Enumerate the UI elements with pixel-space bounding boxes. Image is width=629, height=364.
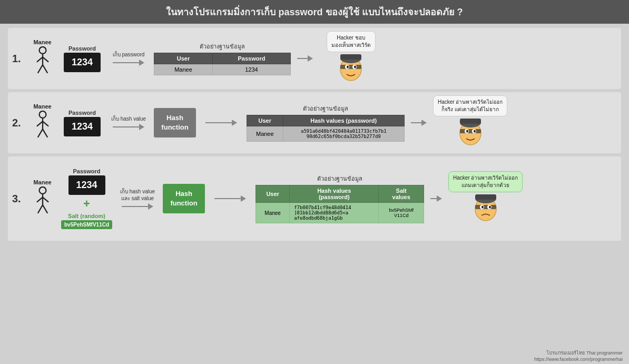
svg-line-30 bbox=[36, 197, 42, 202]
db-table-3: User Hash values(password) Saltvalues Ma… bbox=[255, 185, 424, 223]
arrow-block-2: เก็บ hash value bbox=[107, 115, 150, 130]
hacker-text-3: Hacker อ่านพาสเวิร์ดไม่ออกแถมเดาสุ่มก็ยา… bbox=[453, 175, 518, 188]
db-cell-user-3: Manee bbox=[256, 203, 290, 223]
hash-label-3: Hashfunction bbox=[170, 189, 197, 208]
person-name-2: Manee bbox=[33, 103, 51, 110]
password-value-2: 1234 bbox=[64, 117, 101, 136]
arrow-label-3: เก็บ hash valueและ salt value bbox=[120, 188, 155, 202]
salt-value-3: bv5PehSMfV11Cd bbox=[61, 220, 112, 229]
arrow-1 bbox=[113, 60, 144, 66]
db-cell-password-1: 1234 bbox=[212, 64, 290, 75]
main-container: ในทางโปรแกรมมิ่งการเก็บ password ของผู้ใ… bbox=[0, 0, 629, 364]
db-table-2: User Hash values (password) Manee a591a6… bbox=[247, 115, 405, 142]
svg-line-18 bbox=[37, 129, 42, 137]
svg-point-11 bbox=[354, 66, 356, 68]
password-value-1: 1234 bbox=[64, 53, 101, 72]
person-name-3: Manee bbox=[33, 179, 51, 185]
db-header-user-1: User bbox=[154, 53, 213, 64]
svg-point-38 bbox=[481, 206, 484, 209]
arrow-to-hacker-2 bbox=[411, 120, 427, 126]
arrow-block-3: เก็บ hash valueและ salt value bbox=[116, 188, 159, 210]
svg-point-0 bbox=[39, 47, 46, 54]
hacker-face-3 bbox=[473, 194, 499, 226]
password-block-1: Password 1234 bbox=[61, 45, 103, 72]
svg-rect-21 bbox=[460, 129, 481, 133]
db-cell-hash-2: a591a6d40bf420404a011733cfb7b190d62c65bf… bbox=[283, 126, 404, 142]
arrow-head-1 bbox=[139, 60, 144, 66]
db-cell-salt-3: bv5PehSMfV11Cd bbox=[379, 203, 424, 223]
svg-rect-7 bbox=[340, 65, 361, 69]
table-row: Manee 1234 bbox=[154, 64, 291, 75]
db-cell-user-2: Manee bbox=[247, 126, 283, 142]
hacker-block-1: Hacker ชอบมองเห็นพาสเวิร์ด bbox=[319, 31, 382, 86]
salt-block-3: Salt (random) bv5PehSMfV11Cd bbox=[61, 213, 112, 229]
svg-line-16 bbox=[36, 121, 42, 126]
password-value-3: 1234 bbox=[68, 175, 105, 195]
db-header-salt-3: Saltvalues bbox=[379, 185, 424, 203]
stick-figure-3: Manee bbox=[28, 179, 57, 218]
hacker-bubble-3: Hacker อ่านพาสเวิร์ดไม่ออกแถมเดาสุ่มก็ยา… bbox=[448, 171, 523, 192]
svg-point-14 bbox=[39, 111, 46, 118]
arrow-label-2: เก็บ hash value bbox=[111, 115, 146, 122]
password-salt-block: Password 1234 + Salt (random) bv5PehSMfV… bbox=[61, 168, 112, 229]
password-label-2: Password bbox=[68, 110, 96, 116]
footer-line2: https://www.facebook.com/programmerhai bbox=[534, 357, 623, 362]
footer-line1: โปรแกรมเมอร์ไทย Thai programmer bbox=[534, 349, 623, 357]
arrow-3b bbox=[214, 195, 246, 202]
svg-point-28 bbox=[39, 187, 46, 194]
hacker-text-2: Hacker อ่านพาสเวิร์ดไม่ออกก็จริง แต่เดาส… bbox=[438, 99, 503, 112]
stick-figure-svg-3 bbox=[32, 186, 53, 218]
svg-point-39 bbox=[489, 206, 491, 209]
svg-line-2 bbox=[36, 57, 42, 62]
svg-line-5 bbox=[43, 65, 47, 73]
row-2: 2. Manee Password 1234 เก็บ hash value bbox=[8, 92, 621, 153]
db-header-hash-2: Hash values (password) bbox=[283, 115, 404, 126]
svg-rect-35 bbox=[475, 205, 496, 209]
db-label-3: ตัวอย่างฐานข้อมูล bbox=[317, 174, 362, 183]
hash-box-3: Hashfunction bbox=[163, 184, 205, 213]
arrow-to-hacker-1 bbox=[297, 55, 313, 62]
page-title: ในทางโปรแกรมมิ่งการเก็บ password ของผู้ใ… bbox=[166, 7, 463, 17]
row-3-number: 3. bbox=[12, 193, 24, 205]
row-1-number: 1. bbox=[12, 53, 24, 65]
svg-rect-27 bbox=[460, 119, 481, 124]
plus-sign-3: + bbox=[83, 197, 90, 211]
hacker-text-1: Hacker ชอบมองเห็นพาสเวิร์ด bbox=[331, 35, 371, 48]
stick-figure-svg-1 bbox=[32, 46, 53, 78]
password-label-3: Password bbox=[73, 168, 101, 174]
arrow-block-2b bbox=[200, 120, 242, 126]
svg-line-31 bbox=[43, 197, 48, 202]
stick-figure-1: Manee bbox=[28, 39, 57, 78]
arrow-2 bbox=[113, 124, 144, 130]
hacker-block-2: Hacker อ่านพาสเวิร์ดไม่ออกก็จริง แต่เดาส… bbox=[433, 95, 507, 150]
arrow-block-1: เก็บ password bbox=[107, 51, 150, 66]
arrow-label-1: เก็บ password bbox=[113, 51, 145, 58]
hacker-block-3: Hacker อ่านพาสเวิร์ดไม่ออกแถมเดาสุ่มก็ยา… bbox=[448, 171, 523, 226]
hacker-bubble-1: Hacker ชอบมองเห็นพาสเวิร์ด bbox=[327, 31, 376, 52]
row-3: 3. Manee Password 1234 + bbox=[8, 156, 621, 241]
db-header-user-3: User bbox=[256, 185, 290, 203]
arrow-line-1 bbox=[113, 62, 139, 63]
db-cell-hash-3: f7b007b41cf9e48d0414]81bb12dbdd88d6d5<aa… bbox=[290, 203, 379, 223]
arrow-to-hacker-3 bbox=[430, 195, 442, 202]
table-row: Manee f7b007b41cf9e48d0414]81bb12dbdd88d… bbox=[256, 203, 424, 223]
table-row: Manee a591a6d40bf420404a011733cfb7b190d6… bbox=[247, 126, 405, 142]
footer: โปรแกรมเมอร์ไทย Thai programmer https://… bbox=[534, 349, 623, 362]
svg-line-4 bbox=[37, 65, 42, 73]
svg-line-19 bbox=[43, 129, 47, 137]
db-block-1: ตัวอย่างฐานข้อมูล User Password Manee 12… bbox=[154, 42, 291, 75]
password-block-2: Password 1234 bbox=[61, 110, 103, 136]
svg-point-25 bbox=[474, 130, 476, 133]
row-1: 1. Manee Password 1234 bbox=[8, 28, 621, 89]
salt-label-3: Salt (random) bbox=[68, 213, 105, 219]
svg-point-24 bbox=[466, 130, 468, 133]
arrow-block-3b bbox=[209, 195, 251, 202]
content-area: 1. Manee Password 1234 bbox=[0, 24, 629, 245]
db-cell-user-1: Manee bbox=[154, 64, 213, 75]
person-name-1: Manee bbox=[33, 39, 51, 45]
hacker-face-2 bbox=[457, 119, 484, 150]
db-header-password-1: Password bbox=[212, 53, 290, 64]
stick-figure-2: Manee bbox=[28, 103, 57, 142]
password-block-3: Password 1234 bbox=[66, 168, 108, 195]
db-table-1: User Password Manee 1234 bbox=[154, 53, 291, 75]
